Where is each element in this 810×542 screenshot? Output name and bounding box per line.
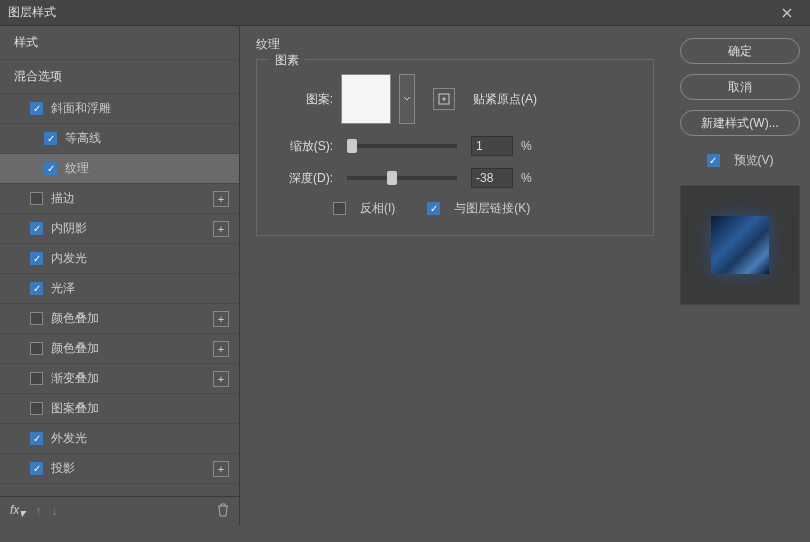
sidebar-item-9[interactable]: 渐变叠加+ <box>0 364 239 394</box>
snap-origin-button[interactable]: 贴紧原点(A) <box>473 91 537 108</box>
new-preset-icon <box>438 93 450 105</box>
sidebar-item-8[interactable]: 颜色叠加+ <box>0 334 239 364</box>
effect-label: 渐变叠加 <box>51 370 99 387</box>
depth-label: 深度(D): <box>273 170 333 187</box>
cancel-button[interactable]: 取消 <box>680 74 800 100</box>
effect-label: 内发光 <box>51 250 87 267</box>
sidebar-item-7[interactable]: 颜色叠加+ <box>0 304 239 334</box>
effect-label: 内阴影 <box>51 220 87 237</box>
preview-thumbnail <box>680 185 800 305</box>
depth-input[interactable] <box>471 168 513 188</box>
scale-label: 缩放(S): <box>273 138 333 155</box>
effect-checkbox[interactable] <box>30 462 43 475</box>
preview-label: 预览(V) <box>734 152 774 169</box>
panel-title: 纹理 <box>256 36 654 53</box>
main-panel: 纹理 图素 图案: 贴紧原点(A) 缩放(S): % <box>240 26 670 526</box>
effect-checkbox[interactable] <box>30 252 43 265</box>
invert-checkbox[interactable] <box>333 202 346 215</box>
add-effect-button[interactable]: + <box>213 311 229 327</box>
sidebar-item-12[interactable]: 投影+ <box>0 454 239 484</box>
ok-button[interactable]: 确定 <box>680 38 800 64</box>
effect-checkbox[interactable] <box>30 402 43 415</box>
add-effect-button[interactable]: + <box>213 191 229 207</box>
effect-checkbox[interactable] <box>30 282 43 295</box>
effect-checkbox[interactable] <box>30 342 43 355</box>
effect-label: 描边 <box>51 190 75 207</box>
invert-label: 反相(I) <box>360 200 395 217</box>
chevron-down-icon <box>403 96 411 102</box>
pattern-dropdown[interactable] <box>399 74 415 124</box>
sidebar-item-2[interactable]: 纹理 <box>0 154 239 184</box>
depth-slider[interactable] <box>347 176 457 180</box>
effect-label: 外发光 <box>51 430 87 447</box>
sidebar-header-blending[interactable]: 混合选项 <box>0 60 239 94</box>
add-effect-button[interactable]: + <box>213 371 229 387</box>
effect-checkbox[interactable] <box>30 312 43 325</box>
sidebar-item-3[interactable]: 描边+ <box>0 184 239 214</box>
dialog-title: 图层样式 <box>8 4 56 21</box>
link-checkbox[interactable] <box>427 202 440 215</box>
sidebar-item-6[interactable]: 光泽 <box>0 274 239 304</box>
effect-checkbox[interactable] <box>30 372 43 385</box>
fieldset-legend: 图素 <box>269 52 305 69</box>
link-label: 与图层链接(K) <box>454 200 530 217</box>
effect-checkbox[interactable] <box>44 132 57 145</box>
effect-checkbox[interactable] <box>30 222 43 235</box>
move-down-icon[interactable]: ↓ <box>51 504 57 518</box>
scale-unit: % <box>521 139 532 153</box>
effect-label: 斜面和浮雕 <box>51 100 111 117</box>
effect-label: 等高线 <box>65 130 101 147</box>
effect-checkbox[interactable] <box>30 102 43 115</box>
sidebar-item-4[interactable]: 内阴影+ <box>0 214 239 244</box>
scale-slider[interactable] <box>347 144 457 148</box>
add-effect-button[interactable]: + <box>213 221 229 237</box>
effect-label: 光泽 <box>51 280 75 297</box>
effect-label: 纹理 <box>65 160 89 177</box>
add-effect-button[interactable]: + <box>213 341 229 357</box>
sidebar-header-styles[interactable]: 样式 <box>0 26 239 60</box>
sidebar-item-10[interactable]: 图案叠加 <box>0 394 239 424</box>
add-effect-button[interactable]: + <box>213 461 229 477</box>
effect-label: 投影 <box>51 460 75 477</box>
effect-checkbox[interactable] <box>30 432 43 445</box>
pattern-swatch[interactable] <box>341 74 391 124</box>
sidebar-item-1[interactable]: 等高线 <box>0 124 239 154</box>
new-style-button[interactable]: 新建样式(W)... <box>680 110 800 136</box>
preview-checkbox[interactable] <box>707 154 720 167</box>
styles-sidebar: 样式 混合选项 斜面和浮雕等高线纹理描边+内阴影+内发光光泽颜色叠加+颜色叠加+… <box>0 26 240 526</box>
scale-input[interactable] <box>471 136 513 156</box>
depth-unit: % <box>521 171 532 185</box>
effect-checkbox[interactable] <box>30 192 43 205</box>
sidebar-item-5[interactable]: 内发光 <box>0 244 239 274</box>
sidebar-item-0[interactable]: 斜面和浮雕 <box>0 94 239 124</box>
trash-icon[interactable] <box>217 503 229 520</box>
close-button[interactable] <box>772 3 802 23</box>
move-up-icon[interactable]: ↑ <box>35 504 41 518</box>
effect-label: 图案叠加 <box>51 400 99 417</box>
effect-checkbox[interactable] <box>44 162 57 175</box>
effect-label: 颜色叠加 <box>51 340 99 357</box>
close-icon <box>782 8 792 18</box>
sidebar-item-11[interactable]: 外发光 <box>0 424 239 454</box>
pattern-label: 图案: <box>273 91 333 108</box>
right-panel: 确定 取消 新建样式(W)... 预览(V) <box>670 26 810 526</box>
fx-menu[interactable]: fx▾ <box>10 503 25 520</box>
effect-label: 颜色叠加 <box>51 310 99 327</box>
new-preset-button[interactable] <box>433 88 455 110</box>
